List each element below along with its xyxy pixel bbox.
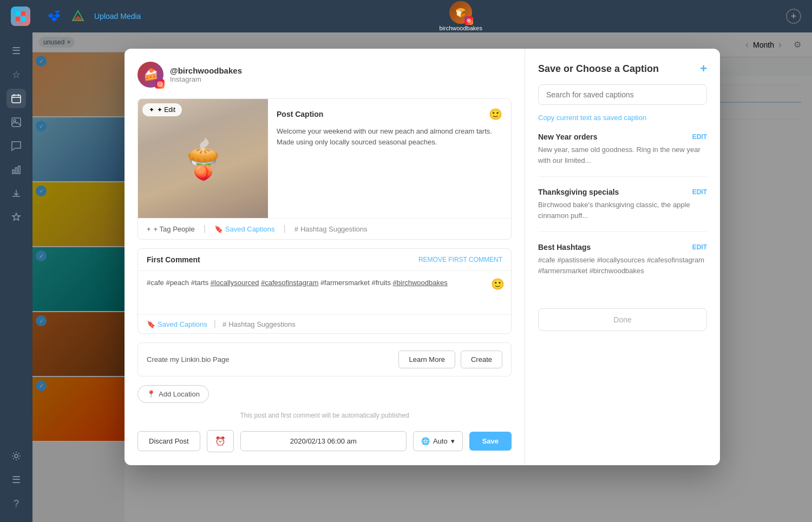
- post-caption-label-row: Post Caption 🙂: [277, 108, 502, 121]
- add-account-button[interactable]: +: [786, 9, 801, 24]
- first-comment-title: First Comment: [147, 255, 200, 264]
- add-caption-button[interactable]: +: [700, 62, 707, 76]
- caption-item-newyear-text: New year, same old goodness. Ring in the…: [538, 144, 707, 166]
- caption-item-newyear-header: New Year orders EDIT: [538, 133, 707, 141]
- caption-emoji-button[interactable]: 🙂: [489, 108, 502, 121]
- sidebar-item-help[interactable]: ?: [6, 494, 26, 513]
- instagram-platform-badge: [155, 79, 165, 89]
- auto-dropdown[interactable]: 🌐 Auto ▾: [413, 431, 463, 451]
- schedule-time-button[interactable]: ⏰: [207, 430, 234, 452]
- post-modal: 🍰 @birchwoodbakes Instagram: [125, 49, 720, 465]
- caption-item-newyear: New Year orders EDIT New year, same old …: [538, 133, 707, 177]
- learn-more-button[interactable]: Learn More: [398, 351, 455, 368]
- done-button[interactable]: Done: [538, 308, 707, 331]
- discard-post-button[interactable]: Discard Post: [137, 431, 200, 451]
- svg-rect-18: [16, 168, 17, 174]
- post-image-container: 🥧 🍑 ✦ ✦ Edit: [137, 98, 512, 240]
- tag-people-icon: +: [147, 225, 151, 233]
- sidebar-item-badge[interactable]: [6, 208, 26, 227]
- schedule-datetime[interactable]: 2020/02/13 06:00 am: [240, 431, 407, 451]
- post-image-caption-row: 🥧 🍑 ✦ ✦ Edit: [138, 99, 511, 218]
- sidebar-item-image[interactable]: [6, 113, 26, 132]
- post-caption-title: Post Caption: [277, 110, 323, 118]
- post-tag-bar: + + Tag People | 🔖 Saved Captions | #: [138, 218, 511, 239]
- caption-item-thanksgiving-edit[interactable]: EDIT: [692, 188, 707, 196]
- post-image-overlay: ✦ ✦ Edit: [142, 103, 182, 116]
- captions-list: New Year orders EDIT New year, same old …: [538, 133, 707, 287]
- first-comment-body[interactable]: #cafe #peach #tarts #locallysourced #caf…: [138, 271, 511, 314]
- globe-icon: 🌐: [421, 437, 430, 445]
- post-caption-area[interactable]: Post Caption 🙂 Welcome your weekend with…: [268, 99, 511, 218]
- caption-item-hashtags-header: Best Hashtags EDIT: [538, 243, 707, 252]
- sidebar-item-calendar[interactable]: [6, 89, 26, 108]
- saved-captions-link-2[interactable]: 🔖 Saved Captions: [147, 320, 207, 328]
- svg-rect-1: [21, 11, 25, 16]
- tag-people-label: + Tag People: [154, 225, 195, 233]
- post-profile-platform: Instagram: [170, 75, 242, 83]
- create-button[interactable]: Create: [461, 351, 502, 368]
- sidebar-item-download[interactable]: [6, 184, 26, 203]
- caption-item-thanksgiving: Thanksgiving specials EDIT Birchwood bak…: [538, 188, 707, 232]
- location-icon: 📍: [147, 390, 155, 398]
- linkinbio-actions: Learn More Create: [398, 351, 502, 368]
- profile-avatar-wrapper: 🍞: [449, 1, 472, 24]
- caption-item-hashtags-title: Best Hashtags: [538, 243, 591, 252]
- copy-caption-link[interactable]: Copy current text as saved caption: [538, 114, 707, 122]
- svg-point-23: [161, 82, 161, 83]
- edit-image-label: ✦ Edit: [157, 106, 175, 114]
- hashtag-suggestions-link-2[interactable]: # Hashtag Suggestions: [222, 320, 296, 328]
- linkinbio-text: Create my Linkin.bio Page: [147, 355, 229, 364]
- first-comment-text: #cafe #peach #tarts #locallysourced #caf…: [147, 277, 502, 288]
- modal-left-panel: 🍰 @birchwoodbakes Instagram: [125, 49, 525, 465]
- caption-item-newyear-edit[interactable]: EDIT: [692, 133, 707, 141]
- saved-captions-label-2: Saved Captions: [158, 320, 207, 328]
- sidebar-item-list[interactable]: ☰: [6, 470, 26, 490]
- auto-publish-note: This post and first comment will be auto…: [137, 412, 512, 419]
- dropbox-icon[interactable]: [47, 9, 62, 24]
- modal-bottom-actions: Discard Post ⏰ 2020/02/13 06:00 am 🌐 Aut…: [137, 428, 512, 452]
- first-comment-footer: 🔖 Saved Captions | # Hashtag Suggestions: [138, 314, 511, 333]
- svg-point-20: [15, 454, 18, 458]
- left-sidebar: ☰ ☆ ☰ ?: [0, 32, 32, 522]
- hashtag-suggestions-label-2: Hashtag Suggestions: [228, 320, 296, 328]
- comment-emoji-button[interactable]: 🙂: [491, 277, 505, 290]
- caption-item-newyear-title: New Year orders: [538, 133, 597, 141]
- linkinbio-bar: Create my Linkin.bio Page Learn More Cre…: [137, 342, 512, 376]
- add-location-button[interactable]: 📍 Add Location: [137, 385, 209, 403]
- upload-media-button[interactable]: Upload Media: [94, 12, 141, 21]
- sidebar-item-menu[interactable]: ☰: [6, 41, 26, 61]
- svg-rect-0: [16, 11, 20, 16]
- topbar: Upload Media 🍞 birchwoodbakes +: [0, 0, 812, 32]
- app-logo: [11, 6, 30, 26]
- edit-image-button[interactable]: ✦ ✦ Edit: [142, 103, 182, 116]
- post-caption-text[interactable]: Welcome your weekend with our new peach …: [277, 126, 502, 147]
- caption-item-hashtags-edit[interactable]: EDIT: [692, 243, 707, 251]
- topbar-center: 🍞 birchwoodbakes: [152, 1, 770, 31]
- caption-search-input[interactable]: [538, 84, 707, 105]
- svg-rect-15: [12, 118, 21, 127]
- save-button[interactable]: Save: [469, 432, 512, 451]
- add-location-label: Add Location: [159, 390, 200, 398]
- saved-captions-icon: 🔖: [214, 225, 223, 233]
- sidebar-item-settings[interactable]: [6, 446, 26, 466]
- hashtag-suggestions-link[interactable]: # Hashtag Suggestions: [294, 225, 368, 233]
- post-profile-info: @birchwoodbakes Instagram: [170, 66, 242, 83]
- svg-point-9: [468, 20, 470, 22]
- first-comment-section: First Comment REMOVE FIRST COMMENT #cafe…: [137, 248, 512, 334]
- remove-first-comment-button[interactable]: REMOVE FIRST COMMENT: [418, 256, 502, 263]
- topbar-profile[interactable]: 🍞 birchwoodbakes: [439, 1, 482, 31]
- tag-people-button[interactable]: + + Tag People: [147, 225, 195, 233]
- hashtag-icon: #: [294, 225, 298, 233]
- profile-name: birchwoodbakes: [439, 25, 482, 31]
- saved-captions-link[interactable]: 🔖 Saved Captions: [214, 225, 275, 233]
- sidebar-item-chart[interactable]: [6, 160, 26, 180]
- modal-overlay: 🍰 @birchwoodbakes Instagram: [32, 32, 812, 522]
- svg-rect-2: [16, 17, 20, 21]
- gdrive-icon[interactable]: [70, 9, 86, 24]
- first-comment-header: First Comment REMOVE FIRST COMMENT: [138, 249, 511, 271]
- saved-captions-label: Saved Captions: [225, 225, 275, 233]
- svg-rect-19: [18, 166, 20, 174]
- sidebar-item-chat[interactable]: [6, 136, 26, 156]
- svg-rect-11: [12, 95, 21, 103]
- sidebar-item-star[interactable]: ☆: [6, 65, 26, 84]
